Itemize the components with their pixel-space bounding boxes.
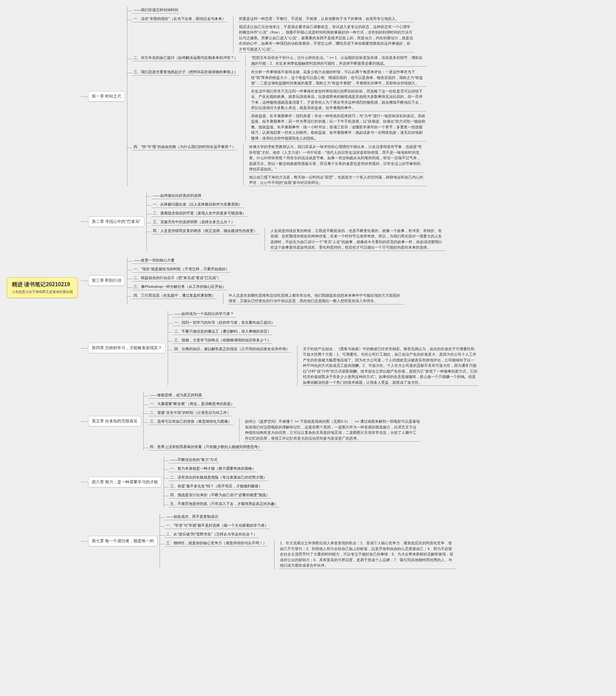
ch3-n4-note: 牛人总是在前瞻性思维和总结性思维上都非常出色。他们既能提前设想未来事件中可能出现… — [228, 292, 404, 304]
root-node[interactable]: 精进 读书笔记20210219 人生的意义在于持续而又反复地完善自我 — [7, 278, 78, 298]
ch3-intro: ——改变一切的核心力量 — [132, 257, 176, 264]
ch7-n2[interactable]: 二、从"游乐场"到"荒野求生"（怎样从大学走向社会？） — [165, 531, 259, 538]
chapter-6-node[interactable]: 第六章 努力，是一种需要学习的才能 — [88, 477, 161, 487]
chapter-3-children: ——改变一切的核心力量 一、"现在"就是最恰当的时机（不管怎样，只要开始就好） … — [127, 257, 404, 304]
chapter-5-branch: 第五章 向未知的无限逼近 ——修炼思维，成为真正的利器 一、大脑需要"断舍离"（… — [88, 392, 478, 450]
ch4-n4-note: 关于科技产品创业，《黑客与画家》中的阐述已经非常精彩。格雷厄姆认为，创业的价值在… — [302, 346, 478, 386]
chapter-7-branch: 第七章 每一个成功者，都是唯一的 ——创造成功，而不是复制成功 一、"学渣"与"… — [88, 513, 478, 569]
chapter-6-children: ——不断优化你的"努力"方式 一、努力本身就是一种才能（努力需要有效的策略） 二… — [164, 457, 279, 507]
chapter-3-node[interactable]: 第三章 即刻行动 — [88, 275, 125, 286]
chapter-5-children: ——修炼思维，成为真正的利器 一、大脑需要"断舍离"（简化，是清晰思考的前提） … — [143, 392, 420, 450]
ch6-intro: ——不断优化你的"努力"方式 — [169, 457, 219, 463]
ch5-n4[interactable]: 四、世界上没有轻而易举的答案（只有极少数的人能做到周密思考） — [149, 444, 263, 450]
ch3-n4[interactable]: 四、三行而后思（在实践中，通过复盘积累智慧） — [132, 292, 217, 299]
chapter-list: 第一章 时间之尺 ——我们应该怎样对待时间 一、活在"全部的现在"（从当下出发，… — [88, 7, 478, 569]
ch1-n2-note: "想想五年后你会干些什么，过什么样的生活。" >> 1、让远期的目标更加具体，添… — [250, 54, 427, 67]
ch7-n3[interactable]: 三、独特性，就是你的核心竞争力（请坚持你的与众不同！） — [165, 540, 268, 547]
chapter-4-branch: 第四章 怎样的学习，才能够直面现实？ ——如何成为一个高段位的学习者？ 一、找到… — [88, 311, 478, 386]
ch1-n3[interactable]: 三、我们总是在重复地抓起沙子（把时间花在值得做的事情上） — [132, 69, 239, 76]
ch2-n4[interactable]: 四、人生是持续而反复的构造（校正选择，做出建设性的改变） — [152, 227, 259, 234]
ch5-n2[interactable]: 二、迎接"灵光乍现"的时刻（让潜意识为你工作） — [149, 410, 232, 416]
chapter-5-node[interactable]: 第五章 向未知的无限逼近 — [88, 416, 141, 426]
root-subtitle: 人生的意义在于持续而又反复地完善自我 — [12, 289, 73, 294]
chapter-1-children: ——我们应该怎样对待时间 一、活在"全部的现在"（从当下出发，联结过去与未来） … — [127, 7, 427, 186]
ch2-intro: ——如何做出比好更好的选择 — [152, 192, 203, 199]
ch6-n3[interactable]: 三、你是"差不多先生"吗？（绝不苟且，才能做到极致） — [169, 483, 264, 490]
chapter-7-node[interactable]: 第七章 每一个成功者，都是唯一的 — [88, 536, 157, 546]
ch6-n5[interactable]: 五、不痛苦地坚持到底（只有深入下去，才能培养起真正的兴趣） — [169, 501, 279, 507]
ch1-n4[interactable]: 四、"快"与"慢"的自由切换（为什么我们的时间永远不够用？） — [132, 144, 237, 151]
ch1-n3-note-c: 高收益值、长半衰期事件：找到真爱；学会一种有效的思维技巧；与"大牛"进行一场意味… — [250, 113, 427, 142]
ch1-n1-note-b: 我还没让自己完全地专注，于是我会要求自己调整状态，尝试进入更专注的状态，这种状态… — [238, 24, 414, 53]
chapter-4-node[interactable]: 第四章 怎样的学习，才能够直面现实？ — [88, 343, 166, 353]
ch6-n2[interactable]: 二、没有突出的长板就是危险（专注发展自己的优势才能） — [169, 474, 268, 481]
chapter-3-branch: 第三章 即刻行动 ——改变一切的核心力量 一、"现在"就是最恰当的时机（不管怎样… — [88, 257, 478, 304]
ch1-n1[interactable]: 一、活在"全部的现在"（从当下出发，联结过去与未来） — [132, 16, 227, 22]
ch5-n1[interactable]: 一、大脑需要"断舍离"（简化，是清晰思考的前提） — [149, 401, 236, 408]
chapter-2-branch: 第二章 寻找心中的"巴拿马" ——如何做出比好更好的选择 一、从终极问题出发（以… — [88, 192, 478, 251]
root-title: 精进 读书笔记20210219 — [12, 281, 73, 288]
ch1-n4-note-b: 他让自己慢下来的方法是，每天抽一点时间去"面壁"，也就是在一个私人的空间里，静静… — [248, 174, 426, 186]
ch2-n1[interactable]: 一、从终极问题出发（以人生终极目标作为首要原则） — [152, 201, 244, 208]
ch7-n1[interactable]: 一、"学渣"与"学霸"都不是好选择（做一个主动探索的学习者） — [165, 522, 270, 529]
ch4-n1[interactable]: 一、找到一切学习的向导（好的学习者，首先要向自己提问） — [173, 319, 276, 326]
ch7-n3-note: 1、在主流观点之外洞察出别人未曾发现的机会；2、形成个人核心竞争力，避免低层次的… — [279, 540, 456, 569]
mindmap-root-container: 精进 读书笔记20210219 人生的意义在于持续而又反复地完善自我 第一章 时… — [7, 7, 609, 569]
ch1-intro: ——我们应该怎样对待时间 — [132, 7, 180, 14]
chapter-4-children: ——如何成为一个高段位的学习者？ 一、找到一切学习的向导（好的学习者，首先要向自… — [168, 311, 478, 386]
ch7-intro: ——创造成功，而不是复制成功 — [165, 513, 219, 520]
ch1-n1-note-a: 郑重是这样一种态度：不敷衍、不迟疑、不摇摆，认真地聚焦于当下的事情，自觉而专注地… — [238, 16, 414, 22]
ch1-n3-note-a: 在分析一件事情值不值得去做、花多少精力去做的时候，可以从两个角度来评估：一是这件… — [250, 69, 427, 87]
ch4-n2[interactable]: 二、不要只做信息的搬运工（通过解码，深入事物的深层） — [173, 328, 273, 335]
ch4-n3[interactable]: 三、技能，才是学习的终点（你能够调用的知识有多少？） — [173, 337, 273, 344]
ch5-n3-note: 如何让《盗梦空间》不难懂？ >> 下面就是我画的图（见图5-3）： >> 通过画… — [244, 418, 420, 442]
ch6-n1[interactable]: 一、努力本身就是一种才能（努力需要有效的策略） — [169, 465, 257, 472]
ch3-n2[interactable]: 二、精益创业的行动启示（把"未完成"变成"已完成"） — [132, 275, 222, 282]
ch3-n3[interactable]: 三、像Photoshop一样分解任务（从工作的核心区开始） — [132, 284, 227, 290]
chapter-2-node[interactable]: 第二章 寻找心中的"巴拿马" — [88, 217, 144, 227]
ch6-n4[interactable]: 四、挑战是设计出来的（不断为自己设计"必要的难度"挑战） — [169, 492, 271, 499]
ch4-intro: ——如何成为一个高段位的学习者？ — [173, 311, 235, 317]
chapter-6-branch: 第六章 努力，是一种需要学习的才能 ——不断优化你的"努力"方式 一、努力本身就… — [88, 457, 478, 507]
ch4-n4[interactable]: 四、分离的知识，难以解答真正的现实（让不同的知识发生化学作用） — [173, 346, 291, 352]
ch1-n2[interactable]: 二、对五年后的自己提问（如何解决远期与近期未来的冲突？） — [132, 54, 239, 61]
ch2-n3[interactable]: 三、克服天性中的选择弱势（选择太多怎么办？） — [152, 219, 236, 225]
ch1-n3-note-b: 在生活中我们常常只关注到一件事情在发生时带给我们的即刻的好处，而忽略了这一好处是… — [250, 88, 427, 111]
chapter-1-branch: 第一章 时间之尺 ——我们应该怎样对待时间 一、活在"全部的现在"（从当下出发，… — [88, 7, 478, 186]
ch1-n4-note-a: 哈佛大学的李欧梵教授认为，我们应该从一味求快的心理惯性中跳出来，让生活变得更有节… — [248, 144, 425, 173]
ch5-n3[interactable]: 三、思考可以有自己的形状（将思维转化为图像） — [149, 418, 233, 425]
ch2-n4-note: 人生就是持续反复的构造，它既是不断延续的，也是不断变化着的，就像一个故事，有冲突… — [270, 227, 446, 251]
ch5-intro: ——修炼思维，成为真正的利器 — [149, 392, 203, 399]
chapter-1-node[interactable]: 第一章 时间之尺 — [88, 91, 125, 101]
ch3-n1[interactable]: 一、"现在"就是最恰当的时机（不管怎样，只要开始就好） — [132, 266, 231, 273]
chapter-2-children: ——如何做出比好更好的选择 一、从终极问题出发（以人生终极目标作为首要原则） 二… — [147, 192, 446, 251]
ch2-n2[interactable]: 二、逃离隐含假设的牢笼（发现人生中的更多可能选项） — [152, 210, 247, 217]
chapter-7-children: ——创造成功，而不是复制成功 一、"学渣"与"学霸"都不是好选择（做一个主动探索… — [159, 513, 456, 569]
